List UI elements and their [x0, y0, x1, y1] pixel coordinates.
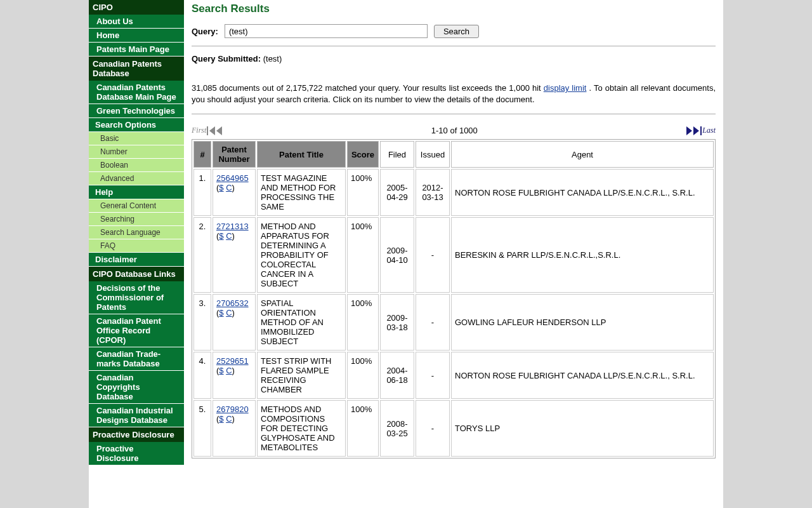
- table-row: 4.2529651($ C)TEST STRIP WITH FLARED SAM…: [193, 352, 714, 399]
- cell-num: 1.: [193, 169, 211, 216]
- search-button[interactable]: Search: [434, 25, 479, 38]
- nav-disclaimer[interactable]: Disclaimer: [89, 253, 184, 267]
- cell-issued: -: [416, 352, 450, 399]
- first-label: First: [192, 126, 206, 135]
- c-link[interactable]: C: [226, 183, 232, 192]
- submitted-value: (test): [263, 54, 282, 64]
- pager-first: First: [192, 126, 222, 135]
- cell-patent: 2721313($ C): [213, 217, 256, 293]
- next-arrow-icon[interactable]: [686, 126, 692, 135]
- cell-agent: TORYS LLP: [451, 400, 714, 457]
- nav-about[interactable]: About Us: [89, 15, 184, 29]
- table-row: 2.2721313($ C)METHOD AND APPARATUS FOR D…: [193, 217, 714, 293]
- col-agent: Agent: [451, 141, 714, 168]
- result-message: 31,085 documents out of 2,175,722 matche…: [192, 83, 716, 105]
- divider: [192, 114, 716, 114]
- cell-issued: -: [416, 400, 450, 457]
- cell-issued: -: [416, 294, 450, 351]
- nav-link-0[interactable]: Decisions of the Commissioner of Patents: [89, 281, 184, 314]
- divider: [192, 46, 716, 46]
- table-row: 5.2679820($ C)METHODS AND COMPOSITIONS F…: [193, 400, 714, 457]
- nav-link-3[interactable]: Canadian Copyrights Database: [89, 371, 184, 404]
- page-title: Search Results: [192, 3, 716, 15]
- pager-range: 1-10 of 1000: [222, 126, 686, 135]
- dollar-link[interactable]: $: [219, 308, 223, 318]
- nav-link-2[interactable]: Canadian Trade-marks Database: [89, 347, 184, 371]
- nav-green[interactable]: Green Technologies: [89, 104, 184, 118]
- first-bar-icon: [207, 126, 208, 135]
- cell-agent: NORTON ROSE FULBRIGHT CANADA LLP/S.E.N.C…: [451, 169, 714, 216]
- header-help: Help: [89, 185, 184, 199]
- c-link[interactable]: C: [226, 308, 232, 318]
- pager-last[interactable]: Last: [686, 126, 716, 135]
- cell-score: 100%: [347, 400, 379, 457]
- patent-link[interactable]: 2721313: [216, 222, 249, 231]
- header-search: Search Options: [89, 118, 184, 132]
- patent-link[interactable]: 2529651: [216, 356, 249, 366]
- cell-filed: 2009-04-10: [380, 217, 414, 293]
- cell-title: TEST MAGAZINE AND METHOD FOR PROCESSING …: [257, 169, 346, 216]
- col-issued: Issued: [416, 141, 450, 168]
- nav-boolean[interactable]: Boolean: [89, 159, 184, 172]
- cell-issued: 2012-03-13: [416, 169, 450, 216]
- first-arrow-icon: [209, 126, 215, 135]
- nav-db-main[interactable]: Canadian Patents Database Main Page: [89, 81, 184, 104]
- last-bar-icon[interactable]: [700, 126, 702, 135]
- msg-part-a: 31,085 documents out of 2,175,722 matche…: [192, 83, 544, 93]
- cell-filed: 2005-04-29: [380, 169, 414, 216]
- dollar-link[interactable]: $: [219, 231, 223, 241]
- nav-link-4[interactable]: Canadian Industrial Designs Database: [89, 404, 184, 427]
- cell-title: METHOD AND APPARATUS FOR DETERMINING A P…: [257, 217, 346, 293]
- cell-title: METHODS AND COMPOSITIONS FOR DETECTING G…: [257, 400, 346, 457]
- cell-title: TEST STRIP WITH FLARED SAMPLE RECEIVING …: [257, 352, 346, 399]
- last-label[interactable]: Last: [702, 126, 716, 135]
- nav-proactive[interactable]: Proactive Disclosure: [89, 442, 184, 465]
- display-limit-link[interactable]: display limit: [544, 83, 587, 93]
- sidebar: CIPO About Us Home Patents Main Page Can…: [89, 0, 184, 508]
- main-content: Search Results Query: Search Query Submi…: [184, 0, 723, 508]
- results-table: # Patent Number Patent Title Score Filed…: [192, 139, 716, 458]
- dollar-link[interactable]: $: [219, 183, 223, 192]
- c-link[interactable]: C: [226, 231, 232, 241]
- cell-filed: 2009-03-18: [380, 294, 414, 351]
- cell-patent: 2529651($ C): [213, 352, 256, 399]
- cell-num: 3.: [193, 294, 211, 351]
- cell-num: 5.: [193, 400, 211, 457]
- nav-basic[interactable]: Basic: [89, 132, 184, 145]
- nav-help-searching[interactable]: Searching: [89, 213, 184, 226]
- query-label: Query:: [192, 27, 218, 36]
- patent-link[interactable]: 2679820: [216, 404, 249, 414]
- c-link[interactable]: C: [226, 366, 232, 375]
- nav-faq[interactable]: FAQ: [89, 239, 184, 253]
- cell-patent: 2564965($ C): [213, 169, 256, 216]
- submitted-label: Query Submitted:: [192, 54, 261, 64]
- col-num[interactable]: #: [193, 141, 211, 168]
- col-title[interactable]: Patent Title: [257, 141, 346, 168]
- patent-link[interactable]: 2706532: [216, 298, 249, 308]
- nav-patents-main[interactable]: Patents Main Page: [89, 43, 184, 57]
- header-proactive: Proactive Disclosure: [89, 427, 184, 442]
- cell-title: SPATIAL ORIENTATION METHOD OF AN IMMOBIL…: [257, 294, 346, 351]
- nav-help-lang[interactable]: Search Language: [89, 226, 184, 239]
- nav-advanced[interactable]: Advanced: [89, 172, 184, 185]
- dollar-link[interactable]: $: [219, 366, 223, 375]
- nav-link-1[interactable]: Canadian Patent Office Record (CPOR): [89, 314, 184, 347]
- cell-score: 100%: [347, 169, 379, 216]
- header-links: CIPO Database Links: [89, 267, 184, 281]
- cell-agent: GOWLING LAFLEUR HENDERSON LLP: [451, 294, 714, 351]
- col-filed: Filed: [380, 141, 414, 168]
- dollar-link[interactable]: $: [219, 414, 223, 424]
- nav-number[interactable]: Number: [89, 145, 184, 159]
- nav-help-general[interactable]: General Content: [89, 199, 184, 213]
- patent-link[interactable]: 2564965: [216, 173, 249, 183]
- nav-home[interactable]: Home: [89, 29, 184, 43]
- table-row: 3.2706532($ C)SPATIAL ORIENTATION METHOD…: [193, 294, 714, 351]
- query-input[interactable]: [225, 24, 428, 38]
- cell-patent: 2679820($ C): [213, 400, 256, 457]
- last-arrow-icon[interactable]: [693, 126, 699, 135]
- col-score[interactable]: Score: [347, 141, 379, 168]
- c-link[interactable]: C: [226, 414, 232, 424]
- col-patent[interactable]: Patent Number: [213, 141, 256, 168]
- query-row: Query: Search: [192, 24, 716, 38]
- prev-arrow-icon: [216, 126, 222, 135]
